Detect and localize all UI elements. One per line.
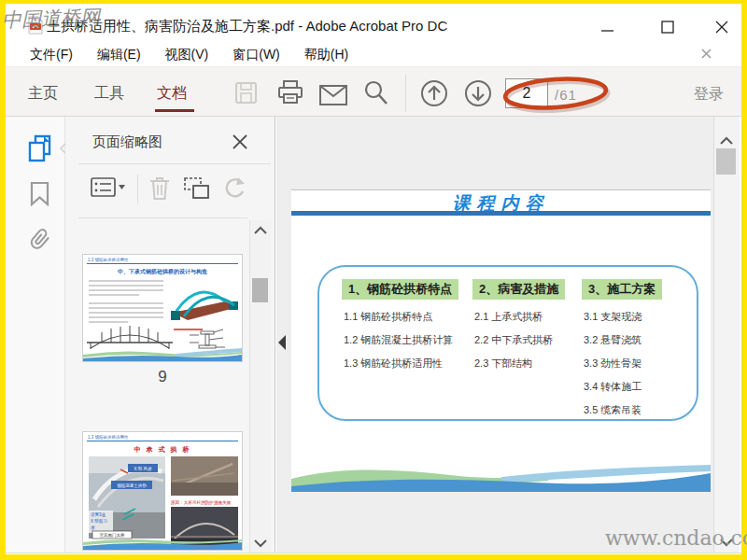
page-thumbnails-icon[interactable] (26, 134, 54, 163)
column3-header: 3、施工方案 (582, 279, 662, 300)
thumbnail-page-10[interactable]: 1.3 钢筋砼拱桥适用性 中 承 式 拱 桥 X 型 风撑 钢筋混凝土拱肋 设置… (82, 431, 243, 551)
toolbar-divider (405, 75, 406, 112)
tab-home[interactable]: 主页 (28, 84, 58, 104)
column3-item: 3.3 劲性骨架 (584, 357, 641, 371)
column1-header: 1、钢筋砼拱桥特点 (342, 279, 458, 300)
column2-item: 2.2 中下承式拱桥 (474, 333, 553, 347)
tab-tools[interactable]: 工具 (94, 84, 124, 104)
thumbnail-page-9[interactable]: 1.3 钢筋砼拱桥适用性 中、下承式钢筋砼拱桥的设计与构造 (82, 254, 243, 362)
svg-text:宜宾南门大桥: 宜宾南门大桥 (100, 533, 126, 538)
menubar-close-icon[interactable] (701, 49, 712, 59)
watermark-top-left: 中国道桥网 (2, 4, 101, 34)
tab-document[interactable]: 文档 (157, 84, 187, 104)
slide-title-rule (291, 211, 711, 216)
svg-text:X 型剪刀: X 型剪刀 (91, 518, 107, 525)
crop-pages-icon[interactable] (183, 176, 211, 201)
column2-header: 2、病害及措施 (472, 279, 565, 300)
svg-text:原因：大桥吊杆的防护措施失效: 原因：大桥吊杆的防护措施失效 (170, 499, 232, 506)
svg-text:钢筋混凝土拱肋: 钢筋混凝土拱肋 (117, 483, 147, 488)
attachments-icon[interactable] (28, 226, 52, 252)
column2-item: 2.3 下部结构 (474, 357, 532, 371)
close-button[interactable] (708, 15, 736, 39)
thumbnails-scroll-down-icon[interactable] (254, 539, 267, 548)
slide-footer-waves (291, 463, 711, 492)
thumbnail-page-label: 9 (82, 368, 243, 386)
window-bottom-edge (6, 553, 741, 553)
thumbnails-scroll-up-icon[interactable] (254, 226, 267, 235)
svg-text:中、下承式钢筋砼拱桥的设计与构造: 中、下承式钢筋砼拱桥的设计与构造 (118, 268, 208, 275)
menu-help[interactable]: 帮助(H) (304, 47, 348, 63)
document-scroll-thumb[interactable] (716, 148, 736, 175)
panel-toolbar-divider (137, 175, 138, 203)
maximize-icon (661, 21, 674, 34)
maximize-button[interactable] (654, 15, 682, 39)
next-page-icon[interactable] (464, 79, 493, 108)
column1-item: 1.3 钢筋砼拱桥适用性 (344, 357, 443, 371)
window-title: 土拱桥适用性、病害防治及施工方案.pdf - Adobe Acrobat Pro… (47, 18, 447, 35)
column3-item: 3.4 转体施工 (584, 380, 641, 394)
svg-text:设置3道: 设置3道 (91, 511, 106, 517)
document-scroll-up-icon[interactable] (720, 136, 733, 146)
active-tab-underline (155, 109, 194, 112)
rotate-pages-icon[interactable] (222, 175, 247, 201)
search-icon[interactable] (364, 80, 388, 105)
red-ellipse-annotation (501, 75, 612, 114)
menu-window[interactable]: 窗口(W) (233, 47, 280, 63)
close-icon (715, 21, 728, 34)
minimize-icon (601, 21, 614, 34)
svg-text:中 承 式 拱 桥: 中 承 式 拱 桥 (134, 445, 191, 454)
svg-text:X 型 风撑: X 型 风撑 (134, 466, 152, 472)
svg-text:1.3 钢筋砼拱桥适用性: 1.3 钢筋砼拱桥适用性 (88, 434, 129, 440)
watermark-bottom-right: www.cndao.com (605, 526, 747, 550)
column3-item: 3.1 支架现浇 (584, 310, 641, 324)
document-scrollbar[interactable] (713, 117, 740, 553)
column1-item: 1.2 钢筋混凝土拱桥计算 (344, 333, 453, 347)
menu-bar: 文件(F) 编辑(E) 视图(V) 窗口(W) 帮助(H) (6, 43, 741, 67)
column2-item: 2.1 上承式拱桥 (474, 310, 543, 324)
email-icon[interactable] (319, 85, 347, 105)
menu-view[interactable]: 视图(V) (165, 47, 209, 63)
panel-title: 页面缩略图 (92, 133, 162, 151)
previous-page-edge-arrow[interactable] (277, 334, 287, 351)
thumbnail-options-icon[interactable] (91, 177, 126, 198)
sign-in-button[interactable]: 登录 (694, 85, 724, 105)
previous-page-icon[interactable] (420, 79, 449, 108)
panel-close-icon[interactable] (233, 134, 247, 149)
column1-item: 1.1 钢筋砼拱桥特点 (344, 310, 432, 324)
application-window: 土拱桥适用性、病害防治及施工方案.pdf - Adobe Acrobat Pro… (0, 0, 747, 560)
svg-text:1.3 钢筋砼拱桥适用性: 1.3 钢筋砼拱桥适用性 (88, 257, 129, 262)
minimize-button[interactable] (594, 15, 622, 39)
column3-item: 3.2 悬臂浇筑 (584, 333, 641, 347)
panel-divider-top (78, 163, 271, 164)
thumbnails-scrollbar[interactable] (249, 220, 271, 553)
thumbnail-page-10-art: 1.3 钢筋砼拱桥适用性 中 承 式 拱 桥 X 型 风撑 钢筋混凝土拱肋 设置… (83, 432, 242, 550)
bookmarks-icon[interactable] (29, 181, 51, 206)
pdf-page: 课程内容 1、钢筋砼拱桥特点 2、病害及措施 3、施工方案 1.1 钢筋砼拱桥特… (291, 189, 711, 492)
menu-file[interactable]: 文件(F) (30, 47, 73, 63)
print-icon[interactable] (277, 79, 303, 105)
save-icon[interactable] (235, 81, 258, 105)
delete-pages-icon[interactable] (148, 175, 171, 201)
panel-divider-bottom (78, 217, 247, 218)
thumbnail-page-9-art: 1.3 钢筋砼拱桥适用性 中、下承式钢筋砼拱桥的设计与构造 (83, 255, 242, 361)
menu-edit[interactable]: 编辑(E) (97, 47, 141, 63)
thumbnails-scroll-thumb[interactable] (252, 278, 268, 302)
column3-item: 3.5 缆索吊装 (584, 403, 641, 417)
